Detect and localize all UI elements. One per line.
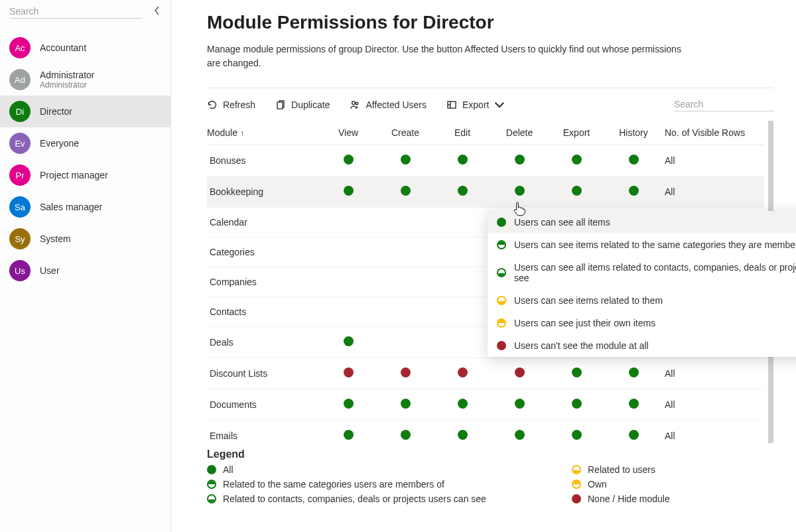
collapse-sidebar-icon[interactable] xyxy=(151,3,164,21)
sidebar-item-user[interactable]: UsUser xyxy=(0,255,170,287)
permission-cell[interactable] xyxy=(434,297,491,327)
permission-cell[interactable] xyxy=(605,421,662,444)
visible-rows-cell[interactable]: All xyxy=(662,421,764,444)
permission-dot-icon xyxy=(344,430,354,440)
group-name: Sales manager xyxy=(40,202,102,212)
permission-cell[interactable] xyxy=(320,145,377,176)
visible-rows-cell[interactable]: All xyxy=(662,176,764,208)
permission-cell[interactable] xyxy=(434,358,491,389)
dropdown-option[interactable]: Users can see just their own items xyxy=(488,312,796,334)
sidebar-item-system[interactable]: SySystem xyxy=(0,223,170,255)
permission-cell[interactable] xyxy=(377,297,434,327)
permission-cell[interactable] xyxy=(548,389,605,421)
group-subtitle: Administrátor xyxy=(40,80,94,90)
legend-label: All xyxy=(223,464,233,475)
permission-cell[interactable] xyxy=(548,176,605,208)
sidebar-search-input[interactable] xyxy=(9,5,143,19)
column-header[interactable]: Edit xyxy=(434,121,491,145)
export-button[interactable]: Export xyxy=(446,100,505,110)
dropdown-option[interactable]: Users can see items related to them xyxy=(488,289,796,312)
permission-cell[interactable] xyxy=(491,389,548,421)
permission-cell[interactable] xyxy=(320,297,377,327)
permission-cell[interactable] xyxy=(434,327,491,358)
permission-cell[interactable] xyxy=(377,327,434,358)
legend-dot-icon xyxy=(207,494,216,503)
sidebar-item-project-manager[interactable]: PrProject manager xyxy=(0,159,170,191)
permission-cell[interactable] xyxy=(548,358,605,389)
page-title: Module Permissions for Director xyxy=(207,12,773,33)
sidebar-item-administrator[interactable]: AdAdministratorAdministrátor xyxy=(0,64,170,96)
option-label: Users can see items related to them xyxy=(514,295,663,306)
affected-users-button[interactable]: Affected Users xyxy=(350,100,427,110)
permission-cell[interactable] xyxy=(605,358,662,389)
table-row: BookkeepingAll xyxy=(207,176,764,208)
permission-cell[interactable] xyxy=(491,421,548,444)
permission-dot-icon xyxy=(344,399,354,409)
permission-cell[interactable] xyxy=(434,145,491,176)
column-header[interactable]: Delete xyxy=(491,121,548,145)
permission-cell[interactable] xyxy=(434,267,491,297)
option-label: Users can see items related to the same … xyxy=(514,239,796,250)
permission-cell[interactable] xyxy=(377,267,434,297)
dropdown-option[interactable]: Users can't see the module at all xyxy=(488,334,796,357)
table-row: EmailsAll xyxy=(207,421,764,444)
duplicate-button[interactable]: Duplicate xyxy=(275,100,330,110)
toolbar-search-input[interactable] xyxy=(674,98,773,111)
permission-cell[interactable] xyxy=(377,389,434,421)
permission-cell[interactable] xyxy=(491,176,548,208)
toolbar: Refresh Duplicate Affected Users Export xyxy=(207,88,773,121)
legend-dot-icon xyxy=(572,494,581,503)
permission-cell[interactable] xyxy=(320,327,377,358)
permission-cell[interactable] xyxy=(320,237,377,267)
avatar: Pr xyxy=(9,165,31,186)
permission-cell[interactable] xyxy=(605,176,662,208)
permission-cell[interactable] xyxy=(377,145,434,176)
dropdown-option[interactable]: Users can see items related to the same … xyxy=(488,233,796,256)
dropdown-option[interactable]: Users can see all items related to conta… xyxy=(488,256,796,289)
sidebar-item-everyone[interactable]: EvEveryone xyxy=(0,127,170,159)
permission-cell[interactable] xyxy=(320,421,377,444)
permission-cell[interactable] xyxy=(434,389,491,421)
permission-cell[interactable] xyxy=(320,176,377,208)
permission-cell[interactable] xyxy=(320,389,377,421)
visible-rows-cell[interactable]: All xyxy=(662,145,764,176)
permission-cell[interactable] xyxy=(320,267,377,297)
permission-cell[interactable] xyxy=(548,145,605,176)
permission-cell[interactable] xyxy=(434,176,491,208)
permission-dot-icon xyxy=(572,399,582,409)
permission-dot-icon xyxy=(458,186,468,196)
permission-dot-icon xyxy=(629,430,639,440)
permission-cell[interactable] xyxy=(377,421,434,444)
column-header[interactable]: History xyxy=(605,121,662,145)
column-header[interactable]: No. of Visible Rows xyxy=(662,121,764,145)
dropdown-option[interactable]: Users can see all items xyxy=(488,211,796,233)
sidebar-item-sales-manager[interactable]: SaSales manager xyxy=(0,191,170,223)
option-label: Users can see just their own items xyxy=(514,318,655,328)
permission-cell[interactable] xyxy=(377,237,434,267)
module-name-cell: Contacts xyxy=(207,297,320,327)
sidebar-item-accountant[interactable]: AcAccountant xyxy=(0,32,170,64)
permission-cell[interactable] xyxy=(434,237,491,267)
visible-rows-cell[interactable]: All xyxy=(662,358,764,389)
sidebar-item-director[interactable]: DiDirector xyxy=(0,96,170,127)
permission-cell[interactable] xyxy=(434,208,491,237)
permission-cell[interactable] xyxy=(377,358,434,389)
column-header[interactable]: View xyxy=(320,121,377,145)
permission-cell[interactable] xyxy=(377,208,434,237)
legend: Legend AllRelated to usersRelated to the… xyxy=(207,448,773,504)
permission-cell[interactable] xyxy=(605,145,662,176)
permission-cell[interactable] xyxy=(320,358,377,389)
group-name: System xyxy=(40,233,71,244)
column-header[interactable]: Create xyxy=(377,121,434,145)
permission-cell[interactable] xyxy=(320,208,377,237)
visible-rows-cell[interactable]: All xyxy=(662,389,764,421)
permission-cell[interactable] xyxy=(434,421,491,444)
permission-cell[interactable] xyxy=(548,421,605,444)
permission-cell[interactable] xyxy=(491,358,548,389)
column-header[interactable]: Module↑ xyxy=(207,121,320,145)
permission-cell[interactable] xyxy=(491,145,548,176)
column-header[interactable]: Export xyxy=(548,121,605,145)
permission-cell[interactable] xyxy=(605,389,662,421)
refresh-button[interactable]: Refresh xyxy=(207,100,255,110)
permission-cell[interactable] xyxy=(377,176,434,208)
